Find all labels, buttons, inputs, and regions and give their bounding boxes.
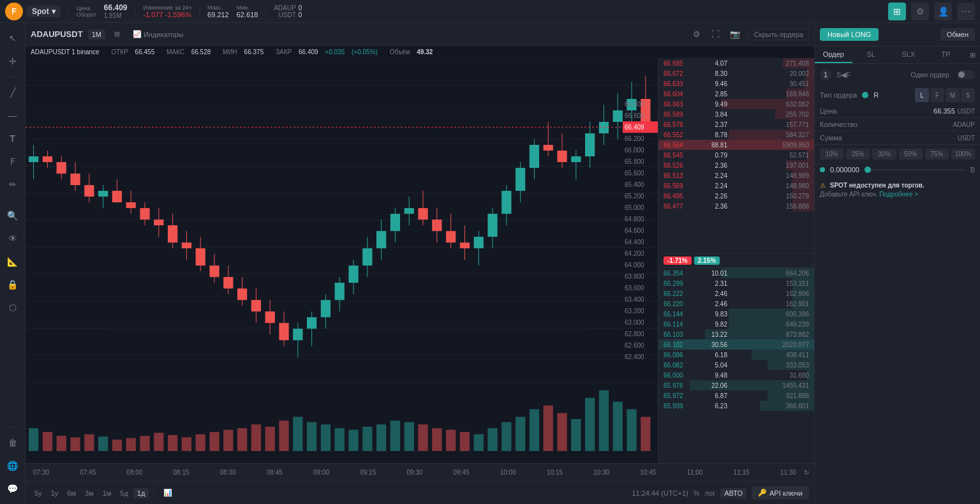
pct-btn-25%[interactable]: 25% <box>846 149 870 159</box>
log-label[interactable]: лог <box>705 489 716 497</box>
person-icon-btn[interactable]: 👤 <box>934 3 952 20</box>
symbol-badge[interactable]: Spot ▾ <box>27 6 61 17</box>
ob-sell-row[interactable]: 66.672 8.30 20.002 <box>658 68 814 78</box>
new-long-btn[interactable]: Новый LONG <box>820 28 879 41</box>
cursor-tool[interactable]: ↖ <box>3 28 23 48</box>
ob-sell-row[interactable]: 66.633 9.46 30.451 <box>658 78 814 89</box>
learn-more-link[interactable]: Подробнее > <box>879 191 917 198</box>
pct-btn-30%[interactable]: 30% <box>872 149 896 159</box>
pct-btn-50%[interactable]: 50% <box>899 149 923 159</box>
eye-tool[interactable]: 👁 <box>3 228 23 249</box>
fibonacci-tool[interactable]: Ϝ <box>3 151 23 172</box>
layout-btn[interactable]: ⊞ <box>110 29 124 40</box>
ob-sell-row[interactable]: 66.569 2.24 148.980 <box>658 181 814 191</box>
ob-sell-row[interactable]: 66.604 2.85 169.848 <box>658 89 814 99</box>
tf-btn-1y[interactable]: 1y <box>47 488 63 498</box>
ob-sell-row[interactable]: 66.564 88.81 5909.950 <box>658 140 814 150</box>
ob-buy-row[interactable]: 66.086 6.18 408.411 <box>658 350 814 360</box>
layers-tool[interactable]: ⬡ <box>3 297 23 318</box>
tf-btn-6м[interactable]: 6м <box>63 488 80 498</box>
tf-btn-3м[interactable]: 3м <box>81 488 98 498</box>
time-label-0930: 09:30 <box>406 469 422 476</box>
exchange-btn[interactable]: Обмен <box>940 28 975 41</box>
crosshair-tool[interactable]: ✛ <box>3 51 23 71</box>
ob-sell-row[interactable]: 66.685 4.07 271.408 <box>658 58 814 68</box>
chart-canvas[interactable] <box>26 58 658 463</box>
ob-sell-row[interactable]: 66.526 2.36 197.001 <box>658 160 814 170</box>
ob-buy-row[interactable]: 65.972 6.87 321.888 <box>658 390 814 401</box>
screenshot-btn[interactable]: 📷 <box>727 26 743 43</box>
settings-chart-btn[interactable]: ⚙ <box>688 26 705 43</box>
pct-btn-100%[interactable]: 100% <box>951 149 975 159</box>
ob-sell-row[interactable]: 66.552 8.78 584.327 <box>658 130 814 140</box>
earth-icon[interactable]: 🌐 <box>3 456 23 476</box>
ob-buy-row[interactable]: 66.299 2.31 153.151 <box>658 278 814 288</box>
ob-sell-row[interactable]: 66.589 3.84 255.702 <box>658 109 814 119</box>
panel-tab-sl[interactable]: SL <box>852 47 890 63</box>
divider-4 <box>265 5 266 18</box>
more-icon-btn[interactable]: ⋯ <box>957 3 975 20</box>
trendline-tool[interactable]: ╱ <box>3 82 23 103</box>
ob-buy-row[interactable]: 66.114 9.82 649.239 <box>658 319 814 329</box>
tf-btn-5y[interactable]: 5y <box>31 488 46 498</box>
tf-btn-1м[interactable]: 1м <box>99 488 115 498</box>
panel-tab-icon[interactable]: ⊞ <box>965 47 980 63</box>
ob-buy-row[interactable]: 66.220 2.46 162.901 <box>658 299 814 309</box>
grid-icon-btn[interactable]: ⊞ <box>888 3 906 20</box>
ob-sell-row[interactable]: 66.477 2.36 156.888 <box>658 201 814 211</box>
pct-btn-75%[interactable]: 75% <box>925 149 949 159</box>
brush-tool[interactable]: ✏ <box>3 174 23 195</box>
fms-btn-l[interactable]: L <box>915 88 929 102</box>
one-order-toggle[interactable] <box>957 70 975 79</box>
panel-tab-tp[interactable]: TP <box>927 47 965 63</box>
ob-buy-row[interactable]: 65.976 22.06 1455.431 <box>658 380 814 390</box>
price-label: Цена <box>77 5 91 11</box>
tf-btn-5д[interactable]: 5д <box>116 488 132 498</box>
hline-tool[interactable]: — <box>3 105 23 126</box>
ob-sell-row[interactable]: 66.513 2.24 148.989 <box>658 170 814 181</box>
auto-label[interactable]: АВТО <box>720 488 746 498</box>
ob-buy-row[interactable]: 66.102 30.56 2020.077 <box>658 339 814 350</box>
fullscreen-btn[interactable]: ⛶ <box>708 26 724 43</box>
text-tool[interactable]: T <box>3 128 23 149</box>
ruler-tool[interactable]: 📐 <box>3 251 23 272</box>
pct-btn-10%[interactable]: 10% <box>820 149 843 159</box>
ob-buy-row[interactable]: 66.000 9.48 31.680 <box>658 370 814 380</box>
fms-btn-f[interactable]: F <box>930 88 944 102</box>
fms-btn-m[interactable]: M <box>946 88 960 102</box>
api-keys-btn[interactable]: 🔑 API ключи <box>752 486 809 500</box>
fms-btn-s[interactable]: S <box>961 88 975 102</box>
slider-handle[interactable] <box>865 167 871 173</box>
search-tool[interactable]: 🔍 <box>3 205 23 226</box>
ob-buy-row[interactable]: 66.222 2.46 162.906 <box>658 288 814 299</box>
chart-type-btn[interactable]: 📊 <box>160 487 176 498</box>
panel-tab-ордер[interactable]: Ордер <box>815 47 852 63</box>
logo[interactable]: F <box>5 3 23 20</box>
top-right-icons: ⊞ ⚙ 👤 ⋯ <box>888 3 975 20</box>
tf-btn-1д[interactable]: 1д <box>133 488 149 498</box>
slider-track[interactable] <box>865 169 965 171</box>
ob-buy-row[interactable]: 66.354 10.01 664.206 <box>658 268 814 278</box>
refresh-icon[interactable]: ↻ <box>804 469 809 476</box>
ob-buy-row[interactable]: 66.103 13.22 873.882 <box>658 329 814 339</box>
chart-area[interactable] <box>26 58 658 463</box>
ob-sell-row[interactable]: 66.495 2.26 150.279 <box>658 191 814 201</box>
indicators-btn[interactable]: 📈 Индикаторы <box>129 29 188 40</box>
ob-buy-row[interactable]: 65.939 6.23 366.601 <box>658 401 814 411</box>
chat-icon[interactable]: 💬 <box>3 478 23 499</box>
ob-sell-row[interactable]: 66.663 9.49 632.062 <box>658 99 814 109</box>
pct-label[interactable]: % <box>694 489 700 497</box>
hide-orders-btn[interactable]: Скрыть ордера <box>748 29 809 40</box>
panel-tab-slx[interactable]: SLX <box>890 47 928 63</box>
price-value[interactable]: 66.355 <box>933 107 955 115</box>
sidebar-sep-3 <box>4 427 22 427</box>
delete-tool[interactable]: 🗑 <box>3 433 23 453</box>
ob-buy-row[interactable]: 66.082 5.04 333.053 <box>658 360 814 370</box>
ob-sell-row[interactable]: 66.545 0.79 52.571 <box>658 150 814 160</box>
radio-indicator[interactable] <box>862 92 868 98</box>
settings-icon-btn[interactable]: ⚙ <box>911 3 929 20</box>
ob-buy-row[interactable]: 66.144 9.83 600.396 <box>658 309 814 319</box>
lock-tool[interactable]: 🔒 <box>3 274 23 295</box>
timeframe-1m[interactable]: 1М <box>88 29 105 40</box>
ob-sell-row[interactable]: 66.578 2.37 157.771 <box>658 119 814 130</box>
